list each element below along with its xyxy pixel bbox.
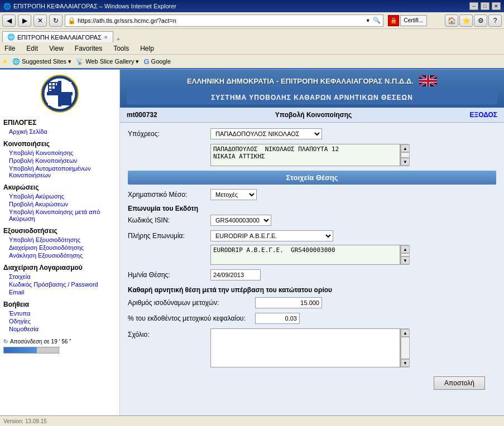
sidebar-title-notifications: Κοινοποιήσεις — [3, 140, 116, 148]
webslice-label: Web Slice Gallery ▾ — [85, 58, 139, 65]
address-scrollbar-track — [401, 152, 410, 158]
subject-select[interactable]: ΠΑΠΑΔΟΠΟΥΛΟΣ ΝΙΚΟΛΑΟΣ — [210, 128, 322, 139]
sidebar-link-view-cancellations[interactable]: Προβολή Ακυρώσεων — [3, 200, 116, 208]
percent-input[interactable] — [255, 313, 300, 324]
date-label: Ημ/νία Θέσης: — [128, 271, 206, 279]
address-textarea[interactable]: ΠΑΠΑΔΟΠΟΥΛΟΣ ΝΙΚΟΛΑΟΣ ΠΛΑΠΟΥΤΑ 12 ΝΙΚΑΙΑ… — [210, 144, 400, 166]
date-input[interactable] — [210, 269, 261, 280]
content-area: ΕΛΛΗΝΙΚΗ ΔΗΜΟΚΡΑΤΙΑ - ΕΠΙΤΡΟΠΗ ΚΕΦΑΛΑΙΑΓ… — [120, 70, 504, 415]
tools-button[interactable]: ⚙ — [474, 14, 487, 27]
sidebar-link-details[interactable]: Στοιχεία — [3, 273, 116, 280]
browser-chrome: ◀ ▶ ✕ ↻ 🔒 ▼ 🔍 🔒 Certifi... 🏠 ⭐ ⚙ ? 🌐 ΕΠΙ… — [0, 12, 504, 70]
sidebar-link-submit-cancellation[interactable]: Υποβολή Ακύρωσης — [3, 192, 116, 200]
sidebar-link-submit-notification[interactable]: Υποβολή Κοινοποίησης — [3, 149, 116, 157]
address-scrollbar-down[interactable]: ▼ — [401, 158, 410, 166]
tab-icon: 🌐 — [7, 33, 15, 41]
shares-input[interactable] — [255, 297, 322, 308]
svg-rect-12 — [52, 86, 55, 89]
company-scrollbar-down[interactable]: ▼ — [401, 256, 410, 264]
sidebar-link-guides[interactable]: Οδηγίες — [3, 317, 116, 325]
new-tab-button[interactable]: + — [117, 36, 120, 42]
percent-row: % του εκδοθέντος μετοχικού κεφαλαίου: — [128, 313, 496, 324]
fav-webslice[interactable]: 📡 Web Slice Gallery ▾ — [76, 58, 139, 65]
sidebar-link-home[interactable]: Αρχική Σελίδα — [3, 128, 116, 135]
url-input[interactable] — [78, 17, 364, 24]
comment-row: Σχόλιο: ▲ ▼ — [128, 328, 496, 367]
company-scrollbar-up[interactable]: ▲ — [401, 245, 410, 253]
tab-bar: 🌐 ΕΠΙΤΡΟΠΗ ΚΕΦΑΛΑΙΑΓΟΡΑΣ ✕ + — [0, 29, 504, 42]
comment-textarea[interactable] — [210, 328, 400, 367]
menu-help[interactable]: Help — [138, 45, 156, 52]
address-scrollbar-up[interactable]: ▲ — [401, 144, 410, 152]
svg-rect-14 — [63, 96, 65, 99]
sidebar-section-cancellations: Ακυρώσεις Υποβολή Ακύρωσης Προβολή Ακυρώ… — [3, 183, 116, 222]
help-button[interactable]: ? — [488, 14, 502, 27]
dropdown-icon[interactable]: ▼ — [366, 18, 371, 23]
exit-button[interactable]: ΕΞΟΔΟΣ — [469, 111, 497, 119]
session-timer-text: Αποσύνδεση σε 19 ' 56 " — [10, 338, 71, 345]
issuer-subtitle: Επωνυμία του Εκδότη — [128, 205, 496, 212]
full-name-label: Πλήρης Επωνυμία: — [128, 232, 206, 240]
comment-scrollbar-down[interactable]: ▼ — [401, 359, 410, 367]
isin-select[interactable]: GRS400003000 — [210, 215, 271, 226]
sidebar-link-email[interactable]: Email — [3, 288, 116, 296]
menu-edit[interactable]: Edit — [24, 45, 40, 52]
sidebar-logo — [3, 74, 116, 113]
sidebar-section-account: Διαχείριση Λογαριασμού Στοιχεία Κωδικός … — [3, 264, 116, 296]
svg-rect-11 — [49, 86, 51, 89]
refresh-button[interactable]: ↻ — [49, 14, 63, 27]
fin-instrument-select[interactable]: Μετοχές — [210, 189, 257, 200]
title-bar: 🌐 ΕΠΙΤΡΟΠΗ ΚΕΦΑΛΑΙΑΓΟΡΑΣ – Windows Inter… — [0, 0, 504, 12]
sidebar-link-legislation[interactable]: Νομοθεσία — [3, 325, 116, 333]
stop-button[interactable]: ✕ — [33, 14, 47, 27]
fin-instrument-label: Χρηματιστικό Μέσο: — [128, 191, 206, 199]
session-progress-bar — [3, 347, 59, 354]
sidebar-link-revoke-auth[interactable]: Ανάκληση Εξουσιοδότησης — [3, 251, 116, 259]
sidebar-link-submit-auth[interactable]: Υποβολή Εξουσιοδότησης — [3, 236, 116, 244]
minimize-button[interactable]: – — [469, 2, 478, 10]
sidebar-link-password[interactable]: Κωδικός Πρόσβασης / Password — [3, 280, 116, 288]
google-icon: G — [143, 57, 149, 66]
company-name-select[interactable]: EURODRIP Α.Β.Ε.Γ.Ε. — [210, 230, 333, 241]
menu-view[interactable]: View — [47, 45, 66, 52]
favorites-button[interactable]: ⭐ — [459, 14, 473, 27]
svg-rect-9 — [52, 83, 55, 85]
uk-flag-icon[interactable] — [419, 75, 437, 86]
title-bar-text: ΕΠΙΤΡΟΠΗ ΚΕΦΑΛΑΙΑΓΟΡΑΣ – Windows Interne… — [13, 3, 176, 9]
progress-bar-fill — [4, 347, 37, 353]
fav-google[interactable]: G Google — [143, 57, 171, 66]
back-button[interactable]: ◀ — [2, 14, 16, 27]
svg-rect-15 — [66, 96, 68, 99]
sidebar-link-notification-after-cancel[interactable]: Υποβολή Κοινοποίησης μετά από Ακύρωση — [3, 208, 116, 222]
menu-favorites[interactable]: Favorites — [73, 45, 104, 52]
sidebar-link-view-notifications[interactable]: Προβολή Κοινοποιήσεων — [3, 157, 116, 164]
home-button[interactable]: 🏠 — [445, 14, 458, 27]
suggested-label: Suggested Sites ▾ — [22, 58, 71, 65]
active-tab[interactable]: 🌐 ΕΠΙΤΡΟΠΗ ΚΕΦΑΛΑΙΑΓΟΡΑΣ ✕ — [2, 31, 113, 42]
close-button[interactable]: ✕ — [492, 2, 501, 10]
isin-row: Κωδικός ISIN: GRS400003000 — [128, 215, 496, 226]
address-bar[interactable]: 🔒 ▼ 🔍 — [65, 14, 383, 27]
tab-close-button[interactable]: ✕ — [104, 35, 108, 40]
sidebar-link-manage-auth[interactable]: Διαχείριση Εξουσιοδότησης — [3, 244, 116, 251]
restore-button[interactable]: □ — [481, 2, 489, 10]
subject-row: Υπόχρεος: ΠΑΠΑΔΟΠΟΥΛΟΣ ΝΙΚΟΛΑΟΣ — [128, 128, 496, 139]
company-detail-textarea[interactable]: EURODRIP Α.Β.Ε.Γ.Ε. GRS400003000 — [210, 245, 400, 265]
menu-file[interactable]: File — [2, 45, 17, 52]
comment-scrollbar-track — [401, 337, 410, 359]
sidebar-title-cancellations: Ακυρώσεις — [3, 183, 116, 191]
sidebar-link-auto-notifications[interactable]: Υποβολή Αυτοματοποιημένων Κοινοποιήσεων — [3, 164, 116, 179]
page-header: ΕΛΛΗΝΙΚΗ ΔΗΜΟΚΡΑΤΙΑ - ΕΠΙΤΡΟΠΗ ΚΕΦΑΛΑΙΑΓ… — [120, 70, 504, 108]
menu-tools[interactable]: Tools — [111, 45, 131, 52]
fav-suggested-sites[interactable]: 🌐 Suggested Sites ▾ — [12, 58, 71, 65]
main-form: Υπόχρεος: ΠΑΠΑΔΟΠΟΥΛΟΣ ΝΙΚΟΛΑΟΣ ΠΑΠΑΔΟΠΟ… — [120, 123, 504, 415]
search-icon[interactable]: 🔍 — [373, 17, 381, 24]
cert-label[interactable]: Certifi... — [400, 15, 427, 26]
sidebar-section-help: Βοήθεια Έντυπα Οδηγίες Νομοθεσία — [3, 301, 116, 333]
forward-button[interactable]: ▶ — [18, 14, 31, 27]
sidebar-link-forms[interactable]: Έντυπα — [3, 309, 116, 317]
title-bar-left: 🌐 ΕΠΙΤΡΟΠΗ ΚΕΦΑΛΑΙΑΓΟΡΑΣ – Windows Inter… — [3, 3, 176, 10]
submit-button[interactable]: Αποστολή — [434, 376, 485, 390]
comment-scrollbar-up[interactable]: ▲ — [401, 329, 410, 337]
form-page-title: Υποβολή Κοινοποίησης — [275, 111, 352, 119]
